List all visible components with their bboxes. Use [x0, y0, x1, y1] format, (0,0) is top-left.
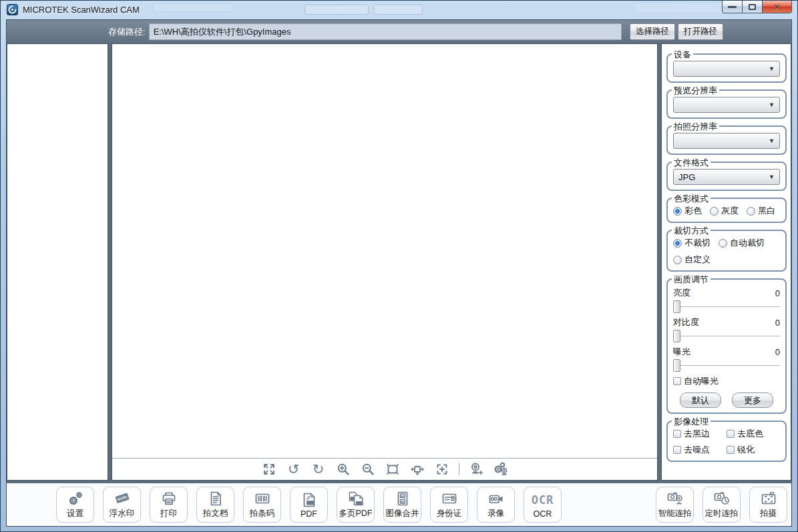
rotate-left-icon[interactable]: ↺ — [286, 461, 302, 477]
window-title: MICROTEK ScanWizard CAM — [23, 5, 140, 15]
preview-resolution-select[interactable]: ▼ — [673, 97, 780, 113]
image-merge-button[interactable]: 图像合并 — [383, 487, 421, 523]
barcode-icon — [254, 490, 271, 507]
settings-panel: 设备 ▼ 预览分辨率 ▼ 拍照分辨率 — [661, 43, 791, 481]
multi-pdf-button[interactable]: PDPDF 多页PDF — [337, 487, 375, 523]
printer-icon — [160, 490, 178, 507]
id-card-icon — [441, 490, 458, 507]
rotate-right-icon[interactable]: ↻ — [311, 461, 327, 477]
contrast-value: 0 — [775, 318, 780, 328]
svg-text:PDF: PDF — [356, 501, 362, 505]
radio-auto-crop[interactable]: 自动裁切 — [719, 237, 765, 249]
watermark-stamp-icon: MARK — [114, 490, 131, 507]
capture-camera-icon — [760, 490, 777, 507]
group-photo-resolution: 拍照分辨率 ▼ — [666, 125, 787, 155]
watermark-button[interactable]: MARK 浮水印 — [103, 487, 141, 523]
expand-icon[interactable] — [261, 461, 277, 477]
brightness-slider[interactable] — [673, 300, 780, 314]
timed-burst-button[interactable]: 定时连拍 — [703, 487, 741, 523]
default-button[interactable]: 默认 — [680, 392, 721, 408]
timed-capture-icon — [713, 490, 731, 507]
photo-resolution-select[interactable]: ▼ — [673, 133, 780, 149]
contrast-slider[interactable] — [673, 329, 780, 343]
exposure-label: 曝光 — [673, 346, 690, 358]
remove-black-edge-checkbox[interactable]: 去黑边 — [673, 428, 727, 440]
shoot-document-button[interactable]: 拍文档 — [196, 487, 234, 523]
brightness-value: 0 — [775, 288, 780, 298]
open-path-button[interactable]: 打开路径 — [678, 23, 723, 40]
group-preview-resolution: 预览分辨率 ▼ — [666, 89, 787, 119]
focus-plus-icon[interactable] — [434, 461, 450, 477]
sharpen-checkbox[interactable]: 锐化 — [727, 444, 780, 456]
slider-thumb[interactable] — [673, 300, 680, 313]
chevron-down-icon: ▼ — [769, 138, 775, 144]
webcam-add-icon[interactable] — [468, 461, 484, 477]
chevron-down-icon: ▼ — [769, 101, 775, 108]
close-button[interactable]: ✕ — [763, 1, 792, 13]
exposure-value: 0 — [775, 347, 780, 357]
shoot-barcode-button[interactable]: 拍条码 — [243, 487, 281, 523]
auto-exposure-checkbox[interactable]: 自动曝光 — [673, 375, 719, 387]
group-crop-mode: 裁切方式 不裁切 自动裁切 自定义 — [666, 230, 787, 272]
slider-thumb[interactable] — [673, 330, 680, 342]
print-button[interactable]: 打印 — [150, 487, 188, 523]
svg-text:PDF: PDF — [307, 501, 313, 505]
video-camera-icon — [487, 490, 505, 507]
window-content: 存储路径: 选择路径 打开路径 ↺ ↻ — [6, 19, 792, 527]
settings-gears-icon — [67, 490, 84, 507]
titlebar-ghost — [373, 5, 423, 15]
contrast-label: 对比度 — [673, 316, 699, 328]
titlebar-ghost — [153, 3, 233, 12]
radio-no-crop[interactable]: 不裁切 — [673, 237, 711, 249]
zoom-out-icon[interactable] — [360, 461, 376, 477]
zoom-in-icon[interactable] — [335, 461, 351, 477]
capture-button[interactable]: 拍摄 — [749, 487, 787, 523]
group-device: 设备 ▼ — [666, 53, 787, 83]
image-merge-icon — [394, 490, 411, 507]
toolbar-divider — [459, 463, 459, 475]
remove-background-checkbox[interactable]: 去底色 — [727, 428, 780, 440]
titlebar-ghost — [305, 5, 369, 15]
app-logo-icon — [7, 4, 18, 15]
fit-width-icon[interactable] — [409, 461, 425, 477]
minimize-button[interactable] — [722, 1, 743, 13]
pdf-button[interactable]: PDF PDF — [290, 487, 328, 523]
radio-gray[interactable]: 灰度 — [710, 205, 739, 217]
multi-pdf-icon: PDPDF — [347, 490, 365, 507]
storage-path-input[interactable] — [149, 23, 622, 40]
more-button[interactable]: 更多 — [732, 392, 773, 408]
smart-burst-button[interactable]: 智能连拍 — [656, 487, 694, 523]
thumbnail-list-panel[interactable] — [7, 43, 108, 481]
titlebar[interactable]: MICROTEK ScanWizard CAM ✕ — [1, 1, 797, 19]
choose-path-button[interactable]: 选择路径 — [630, 23, 675, 40]
preview-area[interactable] — [112, 44, 657, 458]
ocr-button[interactable]: OCR OCR — [524, 487, 562, 523]
group-quality: 画质调节 亮度 0 对比度 0 曝光 0 — [666, 278, 787, 414]
chevron-down-icon: ▼ — [769, 174, 775, 180]
maximize-button[interactable] — [743, 1, 763, 13]
denoise-checkbox[interactable]: 去噪点 — [673, 444, 727, 456]
group-file-format: 文件格式 JPG ▼ — [666, 162, 787, 191]
pdf-file-icon: PDF — [301, 491, 318, 509]
radio-color[interactable]: 彩色 — [673, 205, 702, 217]
group-color-mode: 色彩模式 彩色 灰度 黑白 — [666, 198, 787, 223]
file-format-select[interactable]: JPG ▼ — [673, 169, 780, 185]
device-select[interactable]: ▼ — [673, 61, 780, 77]
preview-toolbar: ↺ ↻ — [112, 458, 657, 480]
camera-settings-icon[interactable] — [493, 461, 509, 477]
storage-path-bar: 存储路径: 选择路径 打开路径 — [7, 20, 791, 43]
action-bar: 设置 MARK 浮水印 打印 拍文档 拍条码 PDF PDF — [7, 483, 791, 526]
fit-screen-icon[interactable] — [385, 461, 401, 477]
brightness-label: 亮度 — [673, 287, 690, 299]
radio-bw[interactable]: 黑白 — [747, 205, 775, 217]
slider-thumb[interactable] — [673, 359, 680, 372]
settings-button[interactable]: 设置 — [56, 487, 94, 523]
record-video-button[interactable]: 录像 — [477, 487, 515, 523]
storage-path-label: 存储路径: — [108, 26, 146, 38]
exposure-slider[interactable] — [673, 358, 780, 372]
smart-capture-icon — [666, 490, 684, 507]
document-icon — [207, 490, 224, 507]
id-card-button[interactable]: 身份证 — [430, 487, 468, 523]
radio-custom-crop[interactable]: 自定义 — [673, 254, 711, 266]
ocr-text-icon: OCR — [532, 491, 554, 509]
